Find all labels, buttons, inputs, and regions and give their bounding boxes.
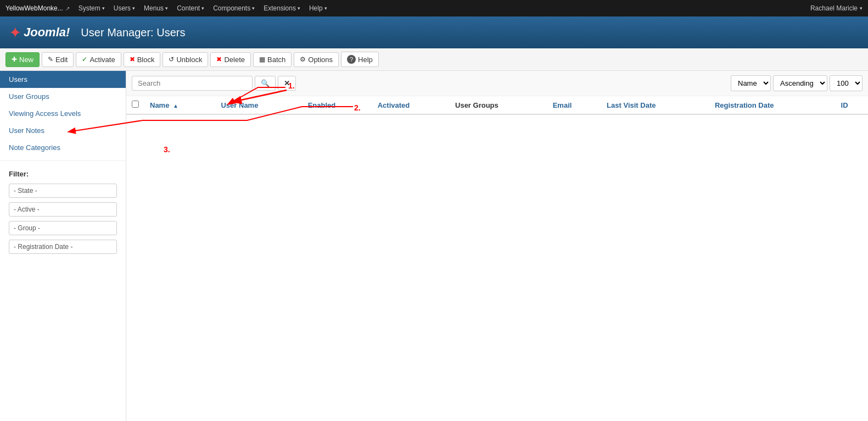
- col-enabled[interactable]: Enabled: [303, 96, 372, 114]
- toolbar: ✚ New ✎ Edit ✓ Activate ✖ Block ↺ Unbloc…: [0, 48, 868, 71]
- search-input[interactable]: [132, 76, 253, 91]
- sidebar-item-user-notes[interactable]: User Notes: [0, 122, 126, 139]
- col-email[interactable]: Email: [547, 96, 601, 114]
- chevron-down-icon: ▾: [102, 5, 105, 11]
- external-link-icon: ↗: [65, 5, 70, 12]
- nav-components[interactable]: Components ▾: [213, 4, 255, 12]
- sort-limit-select[interactable]: 100: [830, 75, 863, 91]
- sort-order-select[interactable]: Ascending: [773, 75, 827, 91]
- site-name[interactable]: YellowWebMonke... ↗: [5, 4, 70, 12]
- help-icon: ?: [347, 55, 356, 64]
- block-button[interactable]: ✖ Block: [124, 52, 161, 67]
- chevron-down-icon: ▾: [298, 5, 300, 11]
- user-menu[interactable]: Rachael Maricle ▾: [810, 4, 863, 12]
- clear-icon: ✕: [284, 79, 290, 87]
- sidebar: Users User Groups Viewing Access Levels …: [0, 71, 126, 421]
- filter-group[interactable]: - Group -: [9, 221, 117, 235]
- search-bar: 🔍 ✕ Name Ascending 100: [126, 71, 868, 96]
- header-bar: ✦ Joomla! User Manager: Users: [0, 16, 868, 48]
- nav-system[interactable]: System ▾: [79, 4, 105, 12]
- new-button[interactable]: ✚ New: [5, 52, 40, 67]
- filter-section: Filter: - State - - Active - - Group - -…: [0, 160, 126, 267]
- sidebar-item-viewing-access-levels[interactable]: Viewing Access Levels: [0, 105, 126, 122]
- sort-controls: Name Ascending 100: [731, 75, 863, 91]
- nav-users[interactable]: Users ▾: [114, 4, 135, 12]
- col-registration-date[interactable]: Registration Date: [709, 96, 836, 114]
- joomla-logo[interactable]: ✦ Joomla!: [9, 24, 70, 42]
- delete-icon: ✖: [216, 56, 222, 63]
- sidebar-item-note-categories[interactable]: Note Categories: [0, 139, 126, 156]
- filter-title: Filter:: [9, 170, 117, 178]
- joomla-logo-text: Joomla!: [24, 25, 70, 40]
- main-layout: 1. 2. 3. Users User Groups Viewing Acces…: [0, 71, 868, 421]
- content-area: 🔍 ✕ Name Ascending 100: [126, 71, 868, 421]
- chevron-down-icon: ▾: [201, 5, 204, 11]
- chevron-down-icon: ▾: [252, 5, 255, 11]
- site-name-label: YellowWebMonke...: [5, 4, 63, 12]
- filter-registration-date[interactable]: - Registration Date -: [9, 240, 117, 254]
- search-button[interactable]: 🔍: [255, 76, 276, 91]
- edit-icon: ✎: [48, 56, 53, 63]
- nav-extensions[interactable]: Extensions ▾: [264, 4, 300, 12]
- data-table: Name ▲ User Name Enabled Activated User …: [126, 96, 868, 115]
- unblock-button[interactable]: ↺ Unblock: [163, 52, 208, 67]
- top-nav-bar: YellowWebMonke... ↗ System ▾ Users ▾ Men…: [0, 0, 868, 16]
- filter-active[interactable]: - Active -: [9, 202, 117, 217]
- search-icon: 🔍: [261, 79, 270, 87]
- edit-button[interactable]: ✎ Edit: [42, 52, 74, 67]
- unblock-icon: ↺: [169, 56, 174, 63]
- table-header-row: Name ▲ User Name Enabled Activated User …: [126, 96, 868, 114]
- help-button[interactable]: ? Help: [341, 52, 379, 67]
- delete-button[interactable]: ✖ Delete: [210, 52, 251, 67]
- search-clear-button[interactable]: ✕: [278, 76, 296, 91]
- nav-menus[interactable]: Menus ▾: [144, 4, 168, 12]
- chevron-down-icon: ▾: [132, 5, 135, 11]
- select-all-checkbox[interactable]: [132, 101, 139, 108]
- chevron-down-icon: ▾: [324, 5, 327, 11]
- page-title: User Manager: Users: [81, 26, 185, 39]
- col-id[interactable]: ID: [836, 96, 868, 114]
- sort-asc-icon: ▲: [173, 103, 178, 109]
- col-activated[interactable]: Activated: [372, 96, 450, 114]
- activate-button[interactable]: ✓ Activate: [76, 52, 121, 67]
- gear-icon: ⚙: [300, 56, 306, 63]
- col-username[interactable]: User Name: [215, 96, 302, 114]
- check-icon: ✓: [82, 56, 87, 63]
- filter-state[interactable]: - State -: [9, 184, 117, 198]
- select-all-th[interactable]: [126, 96, 144, 114]
- joomla-star-icon: ✦: [9, 24, 21, 42]
- chevron-down-icon: ▾: [165, 5, 168, 11]
- block-icon: ✖: [130, 56, 135, 63]
- top-nav-left: YellowWebMonke... ↗ System ▾ Users ▾ Men…: [5, 4, 327, 12]
- options-button[interactable]: ⚙ Options: [294, 52, 339, 67]
- plus-icon: ✚: [12, 56, 17, 63]
- col-user-groups[interactable]: User Groups: [450, 96, 547, 114]
- sidebar-item-user-groups[interactable]: User Groups: [0, 88, 126, 105]
- nav-help[interactable]: Help ▾: [309, 4, 327, 12]
- chevron-down-icon: ▾: [860, 5, 863, 11]
- sidebar-item-users[interactable]: Users: [0, 71, 126, 88]
- nav-content[interactable]: Content ▾: [177, 4, 204, 12]
- col-last-visit-date[interactable]: Last Visit Date: [601, 96, 709, 114]
- col-name[interactable]: Name ▲: [144, 96, 215, 114]
- sort-by-select[interactable]: Name: [731, 75, 771, 91]
- batch-button[interactable]: ▦ Batch: [253, 52, 292, 67]
- batch-icon: ▦: [259, 56, 265, 63]
